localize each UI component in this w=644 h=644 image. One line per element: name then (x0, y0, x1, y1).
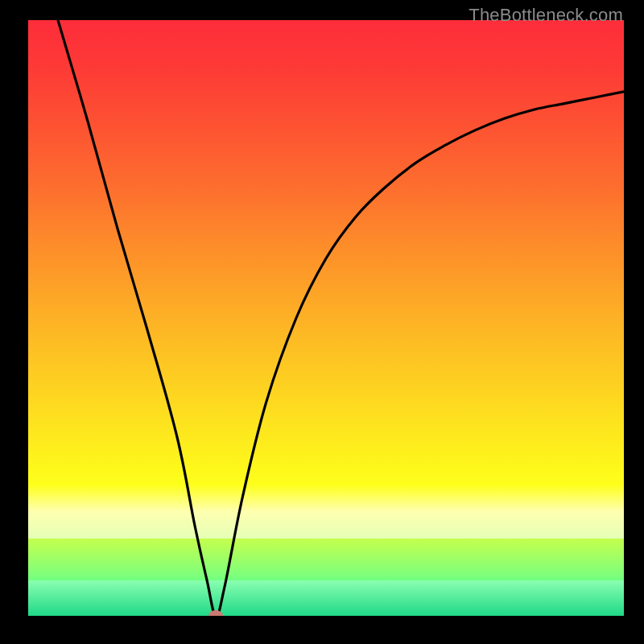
bottleneck-curve (58, 20, 624, 616)
minimum-marker (208, 610, 223, 616)
watermark-text: TheBottleneck.com (469, 5, 623, 26)
chart-frame: TheBottleneck.com (0, 0, 644, 644)
plot-area (28, 20, 624, 616)
curve-layer (28, 20, 624, 616)
